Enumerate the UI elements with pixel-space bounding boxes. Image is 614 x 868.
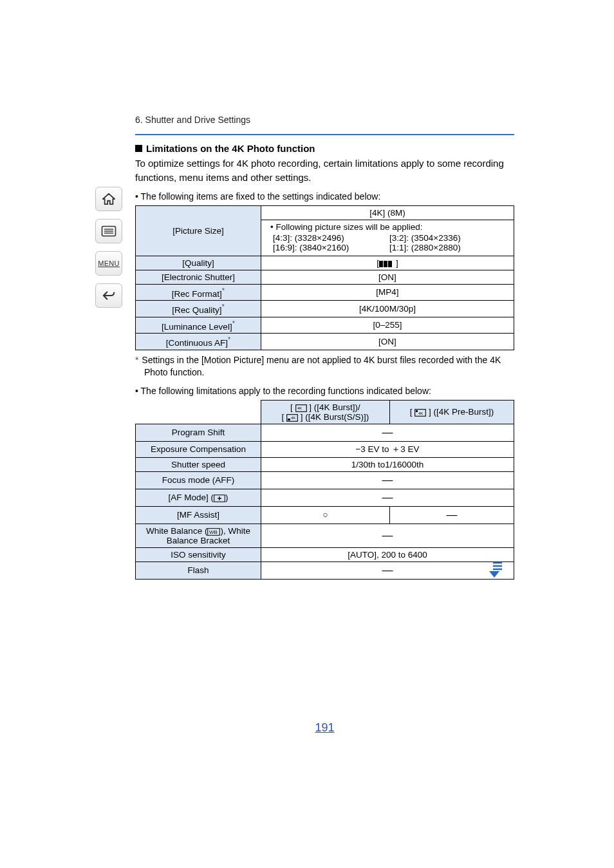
cell-value: [4K] (8M) [261, 205, 514, 220]
preburst-icon: 4K [414, 409, 426, 417]
sizes-grid: [4:3]: (3328×2496) [3:2]: (3504×2336) [1… [270, 232, 508, 254]
size-value: [16:9]: (3840×2160) [273, 243, 389, 252]
sidebar: MENU [95, 187, 122, 308]
row-label: [Quality] [136, 256, 261, 270]
row-label: [Picture Size] [136, 205, 261, 256]
back-icon [102, 290, 116, 301]
cell-value: ○ [261, 506, 390, 524]
page-number[interactable]: 191 [135, 721, 514, 786]
intro-paragraph: To optimize settings for 4K photo record… [135, 156, 514, 185]
table-row: [Quality] [] [136, 256, 514, 270]
row-label: Flash [136, 561, 261, 579]
footnote: * Settings in the [Motion Picture] menu … [135, 354, 514, 379]
table-row: Program Shift — [136, 424, 514, 441]
table-row: White Balance (WB), White Balance Bracke… [136, 524, 514, 547]
continue-arrow-icon [485, 561, 503, 578]
column-header-burst: [ 4K ] ([4K Burst])/ [ 4K ] ([4K Burst(S… [261, 400, 390, 424]
row-label: ISO sensitivity [136, 547, 261, 561]
row-label: [Luminance Level]* [136, 317, 261, 334]
cell-value: [0–255] [261, 317, 514, 334]
row-label: [MF Assist] [136, 506, 261, 524]
cell-value: — [389, 506, 514, 524]
row-label: White Balance (WB), White Balance Bracke… [136, 524, 261, 547]
section-title: Limitations on the 4K Photo function [146, 143, 315, 154]
cell-value: 1/30th to1/16000th [261, 457, 514, 471]
row-label: Focus mode (AFF) [136, 471, 261, 489]
svg-text:4K: 4K [297, 406, 302, 410]
svg-text:4K: 4K [418, 411, 423, 415]
row-label: Shutter speed [136, 457, 261, 471]
table-row: [Continuous AF]* [ON] [136, 334, 514, 350]
cell-value: −3 EV to ＋3 EV [261, 441, 514, 457]
svg-rect-5 [384, 261, 387, 267]
svg-marker-23 [489, 571, 499, 578]
home-icon [102, 193, 116, 205]
row-label: [Continuous AF]* [136, 334, 261, 350]
table-row: [Luminance Level]* [0–255] [136, 317, 514, 334]
cell-value: — [261, 471, 514, 489]
picture-sizes-cell: • Following picture sizes will be applie… [261, 220, 514, 256]
cell-value: [ON] [261, 270, 514, 284]
quality-fine-icon [379, 260, 396, 268]
continue-indicator [485, 561, 503, 580]
cell-value: [AUTO], 200 to 6400 [261, 547, 514, 561]
table-row: [AF Mode] () — [136, 489, 514, 506]
column-header-preburst: [ 4K ] ([4K Pre-Burst]) [389, 400, 514, 424]
burst-icon: 4K [295, 404, 307, 412]
cell-value: [] [261, 256, 514, 270]
table-row: [Rec Quality]* [4K/100M/30p] [136, 301, 514, 317]
table-row: Flash — [136, 561, 514, 579]
burst-ss-icon: 4K [286, 414, 298, 422]
cell-value: [ON] [261, 334, 514, 350]
breadcrumb: 6. Shutter and Drive Settings [135, 115, 514, 127]
table-row: [Picture Size] [4K] (8M) [136, 205, 514, 220]
empty-corner [136, 400, 261, 424]
svg-rect-13 [416, 410, 418, 412]
af-plus-icon [214, 495, 225, 502]
cell-value: — [261, 524, 514, 547]
size-value: [1:1]: (2880×2880) [389, 243, 506, 252]
cell-value: — [261, 489, 514, 506]
cell-value: [4K/100M/30p] [261, 301, 514, 317]
cell-value: — [261, 424, 514, 441]
row-label: [Electronic Shutter] [136, 270, 261, 284]
table-row: [MF Assist] ○ — [136, 506, 514, 524]
home-button[interactable] [95, 187, 122, 211]
svg-rect-6 [388, 261, 392, 267]
fixed-items-intro: The following items are fixed to the set… [135, 191, 514, 202]
menu-button[interactable]: MENU [95, 251, 122, 276]
back-button[interactable] [95, 283, 122, 308]
size-value: [3:2]: (3504×2336) [389, 233, 506, 243]
table-row: [Rec Format]* [MP4] [136, 284, 514, 301]
sizes-intro: • Following picture sizes will be applie… [270, 222, 508, 232]
svg-text:4K: 4K [291, 416, 295, 420]
table-row: Exposure Compensation −3 EV to ＋3 EV [136, 441, 514, 457]
svg-rect-10 [288, 419, 290, 420]
row-label: Program Shift [136, 424, 261, 441]
cell-value: — [261, 561, 514, 579]
size-value: [4:3]: (3328×2496) [273, 233, 389, 243]
row-label: [AF Mode] () [136, 489, 261, 506]
table-row: Shutter speed 1/30th to1/16000th [136, 457, 514, 471]
wb-preset-icon: WB [207, 528, 220, 536]
page-content: 6. Shutter and Drive Settings Limitation… [135, 0, 514, 786]
square-bullet-icon [135, 145, 142, 152]
svg-rect-4 [379, 261, 383, 267]
section-heading: Limitations on the 4K Photo function [135, 143, 514, 154]
contents-icon [101, 225, 116, 237]
row-label: [Rec Format]* [136, 284, 261, 301]
svg-text:WB: WB [209, 529, 218, 535]
cell-value: [MP4] [261, 284, 514, 301]
fixed-settings-table: [Picture Size] [4K] (8M) • Following pic… [135, 205, 514, 350]
table-header-row: [ 4K ] ([4K Burst])/ [ 4K ] ([4K Burst(S… [136, 400, 514, 424]
table-row: ISO sensitivity [AUTO], 200 to 6400 [136, 547, 514, 561]
contents-button[interactable] [95, 219, 122, 243]
table-row: [Electronic Shutter] [ON] [136, 270, 514, 284]
limitations-table: [ 4K ] ([4K Burst])/ [ 4K ] ([4K Burst(S… [135, 400, 514, 580]
row-label: Exposure Compensation [136, 441, 261, 457]
limitations-intro: The following limitations apply to the r… [135, 386, 514, 396]
row-label: [Rec Quality]* [136, 301, 261, 317]
divider [135, 134, 514, 135]
table-row: Focus mode (AFF) — [136, 471, 514, 489]
